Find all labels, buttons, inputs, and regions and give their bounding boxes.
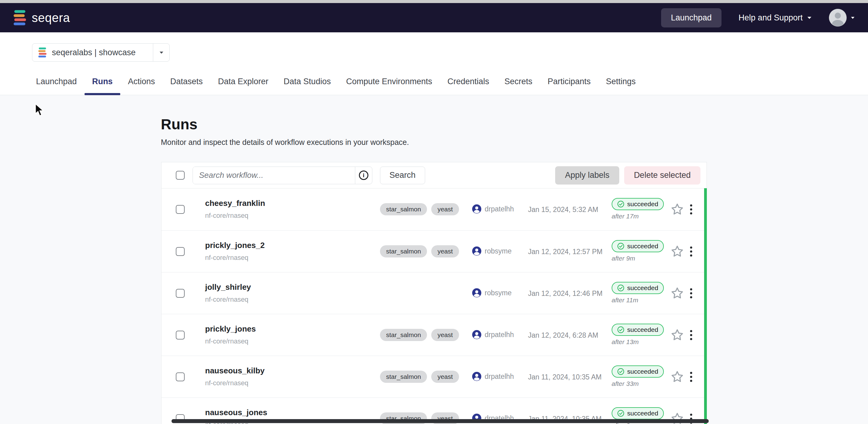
kebab-menu-icon[interactable] <box>689 371 693 383</box>
search-button[interactable]: Search <box>380 167 425 184</box>
tab-participants[interactable]: Participants <box>540 77 598 95</box>
run-name[interactable]: prickly_jones <box>205 324 256 334</box>
star-icon[interactable] <box>671 244 684 258</box>
username: robsyme <box>485 289 512 297</box>
help-and-support-menu[interactable]: Help and Support <box>739 13 812 23</box>
run-user: drpatelhh <box>472 330 514 339</box>
tab-data-explorer[interactable]: Data Explorer <box>210 77 276 95</box>
apply-labels-button[interactable]: Apply labels <box>555 166 619 185</box>
search-info-button[interactable]: i <box>355 167 372 184</box>
user-avatar-icon <box>472 288 481 297</box>
run-duration: after 11m <box>612 296 664 304</box>
run-name[interactable]: nauseous_jones <box>205 408 267 417</box>
row-checkbox[interactable] <box>176 372 185 381</box>
username: drpatelhh <box>485 205 514 213</box>
delete-selected-button[interactable]: Delete selected <box>624 166 701 185</box>
label-pill: yeast <box>431 203 459 215</box>
user-avatar-icon <box>472 330 481 339</box>
tab-data-studios[interactable]: Data Studios <box>276 77 338 95</box>
table-right-green-strip <box>704 188 707 424</box>
run-name[interactable]: jolly_shirley <box>205 283 251 292</box>
run-user: robsyme <box>472 247 512 256</box>
tab-compute-environments[interactable]: Compute Environments <box>338 77 440 95</box>
workspace-dropdown-toggle[interactable] <box>153 44 169 61</box>
horizontal-scrollbar[interactable] <box>172 419 709 423</box>
status-badge: succeeded <box>612 198 664 210</box>
run-name[interactable]: cheesy_franklin <box>205 199 265 208</box>
tab-actions[interactable]: Actions <box>120 77 163 95</box>
tab-label: Data Explorer <box>218 77 268 86</box>
status-label: succeeded <box>627 284 658 292</box>
table-row: jolly_shirley nf-core/rnaseq robsyme Jan… <box>161 272 707 314</box>
tab-label: Datasets <box>170 77 203 86</box>
tab-runs[interactable]: Runs <box>85 77 121 95</box>
check-circle-icon <box>617 326 624 333</box>
label-pill: star_salmon <box>380 203 427 215</box>
run-name[interactable]: nauseous_kilby <box>205 366 265 376</box>
user-avatar-icon <box>472 247 481 256</box>
workspace-tabs: Launchpad Runs Actions Datasets Data Exp… <box>28 77 643 95</box>
run-date: Jan 12, 2024, 12:46 PM <box>528 290 602 298</box>
tab-launchpad[interactable]: Launchpad <box>28 77 85 95</box>
info-icon: i <box>359 170 368 180</box>
label-pills: star_salmonyeast <box>380 370 459 383</box>
help-and-support-label: Help and Support <box>739 13 803 23</box>
username: robsyme <box>485 247 512 255</box>
page-title: Runs <box>161 116 197 133</box>
user-menu[interactable] <box>829 9 855 27</box>
row-checkbox[interactable] <box>176 289 185 298</box>
seqera-logo-icon <box>13 10 27 26</box>
run-user: robsyme <box>472 288 512 297</box>
run-user: drpatelhh <box>472 204 514 214</box>
run-name[interactable]: prickly_jones_2 <box>205 241 265 250</box>
label-pills: star_salmonyeast <box>380 203 459 215</box>
star-icon[interactable] <box>671 287 684 300</box>
star-icon[interactable] <box>671 370 684 384</box>
check-circle-icon <box>617 410 624 417</box>
select-all-checkbox[interactable] <box>176 171 185 180</box>
brand[interactable]: seqera <box>13 10 70 26</box>
user-avatar-icon <box>472 372 481 381</box>
check-circle-icon <box>617 200 624 208</box>
star-icon[interactable] <box>671 328 684 341</box>
status-badge: succeeded <box>612 240 664 252</box>
kebab-menu-icon[interactable] <box>689 329 693 341</box>
avatar-icon <box>829 9 847 27</box>
tab-secrets[interactable]: Secrets <box>497 77 540 95</box>
status-label: succeeded <box>627 368 658 375</box>
kebab-menu-icon[interactable] <box>689 288 693 299</box>
star-icon[interactable] <box>671 202 684 216</box>
mouse-cursor <box>34 103 47 117</box>
row-checkbox[interactable] <box>176 205 185 214</box>
tab-settings[interactable]: Settings <box>598 77 643 95</box>
pipeline-name: nf-core/rnaseq <box>205 296 251 303</box>
status-block: succeeded after 9m <box>612 240 664 262</box>
chevron-down-icon <box>808 17 811 19</box>
run-duration: after 33m <box>612 380 664 387</box>
kebab-menu-icon[interactable] <box>689 204 693 215</box>
row-checkbox[interactable] <box>176 331 185 339</box>
tab-datasets[interactable]: Datasets <box>163 77 211 95</box>
launchpad-button[interactable]: Launchpad <box>661 8 721 28</box>
status-label: succeeded <box>627 326 658 333</box>
pipeline-name: nf-core/rnaseq <box>205 337 256 345</box>
tab-credentials[interactable]: Credentials <box>440 77 497 95</box>
label-pill: star_salmon <box>380 245 427 257</box>
status-label: succeeded <box>627 242 658 250</box>
table-row: cheesy_franklin nf-core/rnaseq star_salm… <box>161 189 707 230</box>
status-label: succeeded <box>627 410 658 417</box>
status-block: succeeded after 13m <box>612 324 664 346</box>
chevron-down-icon <box>160 52 163 54</box>
check-circle-icon <box>617 368 624 375</box>
workspace-name: seqeralabs | showcase <box>52 48 135 57</box>
row-checkbox[interactable] <box>176 247 185 256</box>
search-input[interactable] <box>193 167 355 184</box>
run-date: Jan 12, 2024, 12:57 PM <box>528 248 602 256</box>
pipeline-name: nf-core/rnaseq <box>205 254 265 262</box>
workspace-selector[interactable]: seqeralabs | showcase <box>32 43 170 62</box>
kebab-menu-icon[interactable] <box>689 246 693 257</box>
tab-label: Data Studios <box>283 77 331 86</box>
status-block: succeeded after 11m <box>612 282 664 304</box>
run-date: Jan 12, 2024, 6:28 AM <box>528 331 598 339</box>
label-pills: star_salmonyeast <box>380 329 459 341</box>
